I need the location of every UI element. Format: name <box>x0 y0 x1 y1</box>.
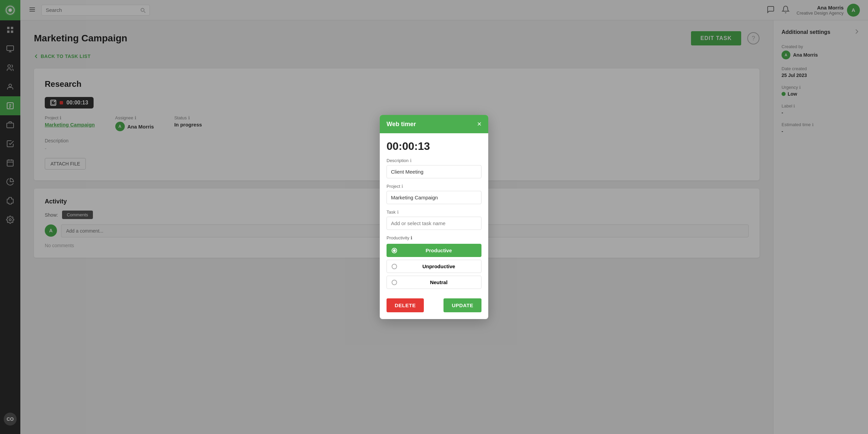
update-button[interactable]: UPDATE <box>443 298 481 312</box>
modal-body: 00:00:13 Description ℹ Project ℹ Task ℹ … <box>380 133 488 298</box>
modal-close-button[interactable]: × <box>477 120 481 128</box>
modal-description-label: Description ℹ <box>387 158 481 163</box>
task-info-icon: ℹ <box>397 210 399 215</box>
modal-timer: 00:00:13 <box>387 140 481 153</box>
modal-footer: DELETE UPDATE <box>380 298 488 319</box>
unproductive-option[interactable]: Unproductive <box>387 260 481 273</box>
neutral-radio <box>392 280 397 285</box>
neutral-label: Neutral <box>401 279 476 285</box>
modal-task-field: Task ℹ <box>387 210 481 230</box>
productivity-info-icon: ℹ <box>411 235 412 240</box>
productivity-label: Productivity ℹ <box>387 235 481 240</box>
modal-task-label: Task ℹ <box>387 210 481 215</box>
productive-label: Productive <box>401 248 476 253</box>
modal-description-field: Description ℹ <box>387 158 481 178</box>
delete-button[interactable]: DELETE <box>387 298 424 312</box>
modal-title: Web timer <box>387 121 416 128</box>
unproductive-label: Unproductive <box>401 263 476 269</box>
productive-radio <box>392 248 397 253</box>
modal-project-label: Project ℹ <box>387 184 481 189</box>
web-timer-modal: Web timer × 00:00:13 Description ℹ Proje… <box>380 115 488 319</box>
productive-option[interactable]: Productive <box>387 244 481 257</box>
modal-project-field: Project ℹ <box>387 184 481 204</box>
modal-header: Web timer × <box>380 115 488 133</box>
unproductive-radio <box>392 264 397 269</box>
project-info-icon: ℹ <box>401 184 403 189</box>
modal-project-input[interactable] <box>387 191 481 204</box>
modal-description-input[interactable] <box>387 165 481 178</box>
neutral-option[interactable]: Neutral <box>387 276 481 289</box>
description-info-icon: ℹ <box>410 158 412 163</box>
modal-task-input[interactable] <box>387 217 481 230</box>
